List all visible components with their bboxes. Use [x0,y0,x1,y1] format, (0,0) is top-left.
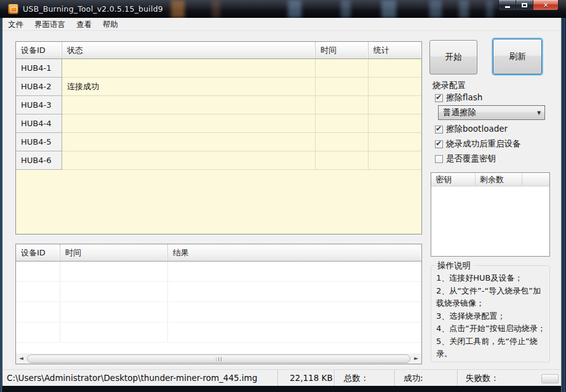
col-remaining[interactable]: 剩余数 [476,173,522,186]
table-row[interactable]: HUB4-5 [16,133,421,151]
checkbox-label: 是否覆盖密钥 [446,153,496,164]
col-time[interactable]: 时间 [60,244,168,261]
close-button[interactable]: ✕ [533,0,559,10]
status-connected: 连接成功 [62,78,316,96]
menu-view[interactable]: 查看 [71,18,97,31]
chevron-down-icon: ▼ [533,110,544,116]
checkbox-label: 擦除flash [446,92,482,103]
table-row[interactable]: HUB4-2 连接成功 [16,78,421,96]
log-table-header: 设备ID 时间 结果 [16,244,421,262]
scrollbar-thumb[interactable] [27,354,410,363]
glass-reflection [459,0,469,18]
log-row [16,322,421,343]
instructions-title: 操作说明 [435,260,473,271]
glass-reflection [341,0,351,18]
menu-file[interactable]: 文件 [2,18,29,31]
resize-grip[interactable] [541,374,559,383]
burn-config-title: 烧录配置 [432,80,466,91]
start-button[interactable]: 开始 [429,40,477,74]
title-bar[interactable]: USB_Burning_Tool_v2.0.5.15_build9 ✕ [0,0,566,18]
instruction-step: 4、点击“开始”按钮启动烧录； [436,322,546,335]
horizontal-scrollbar[interactable]: ◄ ► [16,353,421,364]
checkbox-icon [435,126,443,134]
close-icon: ✕ [543,1,548,9]
col-result[interactable]: 结果 [168,244,421,261]
glass-reflection [288,0,301,18]
checkbox-label: 擦除bootloader [446,124,508,135]
device-table: 设备ID 状态 时间 统计 HUB4-1 HUB4-2 连接成功 HUB4-3 [15,41,422,234]
instruction-step: 2、从“文件”-“导入烧录包”加载烧录镜像； [436,285,546,310]
log-row [16,282,421,302]
checkbox-reboot-after-burn[interactable]: 烧录成功后重启设备 [435,138,521,150]
log-row [16,262,421,282]
glass-reflection [171,0,185,18]
col-device-id[interactable]: 设备ID [16,42,62,58]
table-row[interactable]: HUB4-4 [16,114,421,133]
menu-bar: 文件 界面语言 查看 帮助 [2,18,561,31]
menu-help[interactable]: 帮助 [97,18,124,31]
loaded-image-path: C:\Users\Administrator\Desktop\thunder-m… [2,370,277,386]
glass-reflection [429,0,442,18]
scrollbar-grip-icon [216,357,221,361]
erase-mode-value: 普通擦除 [439,107,533,118]
table-row[interactable]: HUB4-6 [16,151,421,170]
success-count-label: 成功: [394,370,457,386]
window-border-bottom [0,386,566,392]
glass-reflection [381,0,396,18]
key-table-header: 密钥 剩余数 [431,173,549,186]
status-bar: C:\Users\Administrator\Desktop\thunder-m… [2,369,561,386]
minimize-button[interactable] [498,0,516,10]
table-row[interactable]: HUB4-3 [16,96,421,114]
col-time[interactable]: 时间 [316,42,369,58]
glass-reflection [212,0,220,18]
instruction-step: 1、连接好HUB及设备； [436,272,546,285]
scroll-left-icon[interactable]: ◄ [16,353,26,364]
checkbox-overwrite-key[interactable]: 是否覆盖密钥 [435,153,496,164]
window-border-right [561,18,566,392]
total-count-label: 总数： [334,370,394,386]
checkbox-icon [435,155,443,163]
log-row [16,302,421,322]
key-table: 密钥 剩余数 [431,172,550,257]
col-status[interactable]: 状态 [62,42,316,58]
refresh-button[interactable]: 刷新 [493,39,542,74]
maximize-button[interactable] [516,0,533,10]
erase-mode-dropdown[interactable]: 普通擦除 ▼ [438,105,545,120]
scroll-right-icon[interactable]: ► [411,353,421,364]
col-device-id[interactable]: 设备ID [16,244,60,261]
image-file-size: 22,118 KB [277,370,334,386]
device-table-filler [16,170,421,234]
window-title: USB_Burning_Tool_v2.0.5.15_build9 [23,0,163,18]
instruction-step: 5、关闭工具前，先“停止”烧录。 [436,335,546,361]
glass-reflection [486,0,493,18]
checkbox-erase-flash[interactable]: 擦除flash [435,92,482,103]
checkbox-erase-bootloader[interactable]: 擦除bootloader [435,124,508,135]
client-area: 文件 界面语言 查看 帮助 设备ID 状态 时间 统计 HUB4-1 HUB4-… [2,18,561,386]
checkbox-label: 烧录成功后重启设备 [446,138,521,150]
app-icon [8,4,18,14]
menu-language[interactable]: 界面语言 [29,18,71,31]
col-statistics[interactable]: 统计 [369,42,421,58]
app-window: USB_Burning_Tool_v2.0.5.15_build9 ✕ 文件 界… [0,0,566,392]
minimize-icon [505,6,510,8]
device-table-header: 设备ID 状态 时间 统计 [16,42,421,59]
checkbox-icon [435,94,443,102]
instructions-group: 操作说明 1、连接好HUB及设备； 2、从“文件”-“导入烧录包”加载烧录镜像；… [431,265,550,362]
table-row[interactable]: HUB4-1 [16,59,421,78]
checkbox-icon [435,140,443,148]
maximize-icon [522,3,527,7]
col-key[interactable]: 密钥 [431,173,476,186]
log-table: 设备ID 时间 结果 ◄ ► [15,244,422,364]
instruction-step: 3、选择烧录配置； [436,310,546,323]
